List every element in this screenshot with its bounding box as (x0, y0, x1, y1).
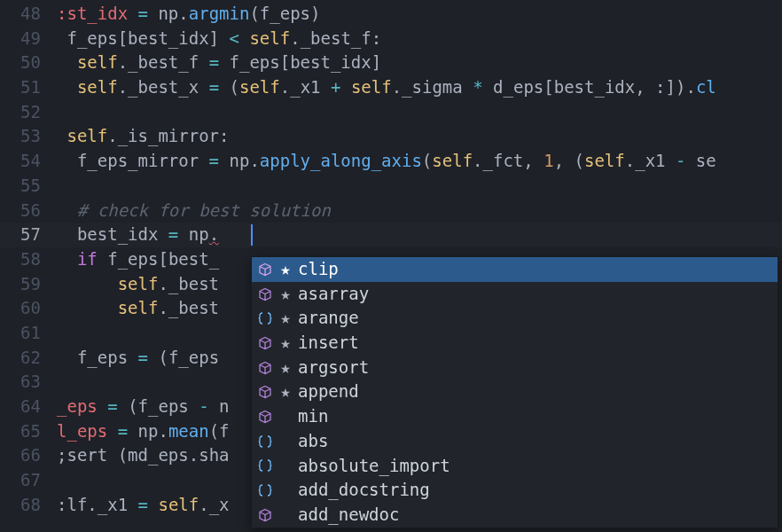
star-icon: ★ (280, 356, 291, 380)
token: se (685, 151, 716, 170)
token: . (189, 445, 199, 465)
token: = (138, 4, 148, 23)
token: self (584, 151, 625, 170)
token: . (118, 52, 128, 72)
token (148, 348, 158, 367)
token: _best (168, 298, 219, 317)
token: best_idx (57, 224, 168, 244)
token (57, 298, 118, 317)
token: n (209, 396, 230, 416)
token: self (118, 274, 159, 293)
code-line[interactable]: self._best_x = (self._x1 + self._sigma *… (57, 75, 782, 100)
token: = (209, 151, 219, 170)
token: if (77, 249, 98, 269)
suggest-label: add_newdoc (298, 503, 399, 528)
line-number: 59 (0, 272, 41, 297)
suggest-item[interactable]: min (252, 404, 778, 429)
suggest-item[interactable]: ★clip (252, 257, 778, 282)
token: apply_along_axis (260, 151, 422, 170)
token: self (249, 28, 290, 48)
token: . (178, 4, 188, 23)
token: . (280, 77, 290, 97)
token: best_idx (128, 28, 209, 48)
variable-icon (257, 482, 273, 498)
token: ( (249, 4, 259, 23)
line-number: 68 (0, 493, 41, 518)
token: np (148, 4, 178, 23)
token: [ (543, 77, 553, 97)
line-number: 67 (0, 468, 41, 493)
code-line[interactable]: self._best_f = f_eps[best_idx] (57, 51, 782, 75)
code-line[interactable]: f_eps_mirror = np.apply_along_axis(self.… (57, 149, 782, 174)
code-line[interactable]: f_eps[best_idx] < self._best_f: (57, 27, 782, 51)
token: + (331, 77, 340, 97)
token: self (158, 495, 199, 514)
token: [ (280, 52, 290, 72)
variable-icon (257, 434, 273, 450)
suggest-label: arange (298, 306, 359, 331)
suggest-item[interactable]: ★append (252, 379, 778, 404)
token: ( (209, 421, 219, 441)
line-number: 65 (0, 419, 41, 444)
token: . (392, 77, 402, 97)
line-number: 57 (0, 223, 41, 247)
token: = (107, 396, 117, 416)
line-number: 63 (0, 370, 41, 395)
token: . (158, 421, 168, 441)
code-line[interactable] (57, 174, 782, 199)
token: best_ (168, 249, 219, 269)
code-line[interactable] (57, 100, 782, 125)
line-number: 62 (0, 346, 41, 371)
token: . (107, 126, 117, 145)
code-line[interactable]: :st_idx = np.argmin(f_eps) (57, 2, 782, 27)
token: argmin (189, 4, 250, 23)
token: _best_x (128, 77, 209, 97)
suggest-item[interactable]: ★insert (252, 331, 778, 356)
token: _is_mirror (118, 126, 219, 145)
suggest-item[interactable]: ★arange (252, 306, 778, 331)
token: 1 (543, 151, 553, 170)
suggest-label: insert (298, 331, 359, 356)
token: ( (158, 348, 168, 367)
token: , (523, 151, 543, 170)
code-line[interactable]: # check for best solution (57, 199, 782, 223)
token: sha (199, 445, 229, 465)
method-icon (257, 409, 273, 425)
suggest-item[interactable]: ★argsort (252, 356, 778, 380)
suggest-item[interactable]: abs (252, 429, 778, 454)
token (57, 200, 77, 220)
line-number: 50 (0, 51, 41, 75)
code-line[interactable]: best_idx = np. (57, 223, 782, 247)
suggest-item[interactable]: add_docstring (252, 478, 778, 503)
token: . (87, 495, 97, 514)
token (57, 52, 77, 72)
suggest-item[interactable]: ★asarray (252, 282, 778, 307)
suggest-label: absolute_import (298, 454, 450, 479)
star-icon: ★ (280, 257, 291, 282)
line-number: 51 (0, 75, 41, 100)
code-line[interactable]: self._is_mirror: (57, 124, 782, 149)
token (57, 249, 77, 269)
autocomplete-popup[interactable]: ★clip★asarray★arange★insert★argsort★appe… (251, 256, 778, 528)
token: ] (371, 52, 381, 72)
line-number: 66 (0, 443, 41, 468)
method-icon (257, 507, 273, 523)
token: = (209, 77, 219, 97)
token (128, 4, 137, 23)
token: = (209, 52, 219, 72)
token (57, 274, 118, 293)
token (57, 77, 77, 97)
token: f_eps (219, 52, 280, 72)
suggest-item[interactable]: add_newdoc (252, 503, 778, 528)
token: : (371, 28, 381, 48)
token: f_eps (168, 348, 219, 367)
token: [ (118, 28, 128, 48)
token: . (249, 151, 259, 170)
token: _best (168, 274, 219, 293)
token: * (473, 77, 482, 97)
token: self (77, 52, 118, 72)
token: ;sert (57, 445, 118, 465)
suggest-item[interactable]: absolute_import (252, 454, 778, 479)
token: . (625, 151, 635, 170)
token: self (239, 77, 280, 97)
